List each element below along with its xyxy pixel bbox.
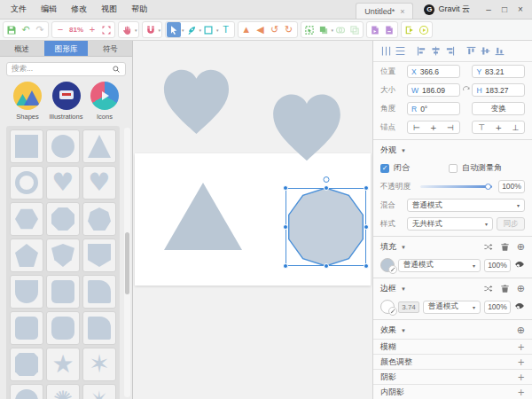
shape-tile-star-6[interactable]: ✶ xyxy=(82,348,116,381)
border-color-swatch[interactable] xyxy=(380,300,395,314)
menu-item[interactable]: 修改 xyxy=(64,0,94,19)
shape-tile-star-8[interactable]: ✴ xyxy=(82,384,116,399)
category-shapes[interactable]: Shapes xyxy=(9,82,46,121)
shape-tile-arch[interactable] xyxy=(10,275,43,309)
add-icon[interactable]: + xyxy=(518,342,525,352)
align-dist-h-button[interactable] xyxy=(380,45,392,57)
align-align-middle-button[interactable] xyxy=(480,45,491,57)
menu-item[interactable]: 文件 xyxy=(4,0,34,19)
tab-overview[interactable]: 概述 xyxy=(0,41,44,56)
effect-item[interactable]: 阴影+ xyxy=(373,369,532,384)
gravit-cloud-menu[interactable]: G Gravit 云 xyxy=(424,4,470,15)
artboard[interactable] xyxy=(135,153,371,286)
blend-mode-select[interactable]: 普通模式▾ xyxy=(407,199,525,212)
shape-tile-rounded-square[interactable] xyxy=(46,275,80,309)
add-fill-icon[interactable]: ⊕ xyxy=(517,242,525,252)
flip-horizontal-button[interactable]: ◀ xyxy=(254,22,268,37)
shape-tile-shield[interactable] xyxy=(46,239,80,272)
shape-tile-square[interactable] xyxy=(10,129,43,163)
shape-tile-rounded-square-2[interactable] xyxy=(10,311,43,345)
triangle-shape[interactable] xyxy=(164,183,242,250)
left-panel-scrollbar[interactable] xyxy=(124,128,130,397)
anchor-right-button[interactable]: ⊣ xyxy=(447,123,454,132)
anchor-left-button[interactable]: ⊢ xyxy=(413,123,420,132)
hand-tool[interactable] xyxy=(120,22,134,37)
snap-magnet-tool[interactable] xyxy=(144,22,158,37)
edit-shape-button[interactable] xyxy=(302,22,317,37)
scrollbar-thumb[interactable] xyxy=(125,232,129,294)
shape-tile-hexagon[interactable] xyxy=(10,202,43,236)
text-tool[interactable]: T xyxy=(219,22,233,37)
rotation-field[interactable]: R0° xyxy=(407,102,460,115)
shape-tile-rounded-square-4[interactable] xyxy=(82,311,116,345)
detach-symbol-button[interactable] xyxy=(382,22,396,37)
fill-section-header[interactable]: 填充 ▼ ⊕ xyxy=(373,236,532,255)
shape-tile-heart-2[interactable]: ♥ xyxy=(82,166,116,200)
rotate-cw-button[interactable]: ↻ xyxy=(282,22,296,37)
add-icon[interactable]: + xyxy=(518,357,525,367)
undo-button[interactable]: ↶ xyxy=(19,22,33,37)
heart-shape-2[interactable] xyxy=(268,90,346,163)
export-button[interactable] xyxy=(403,22,417,37)
fill-opacity-value[interactable]: 100% xyxy=(484,259,511,272)
anchor-bottom-button[interactable]: ⊥ xyxy=(512,123,519,132)
selection-handle[interactable] xyxy=(283,263,288,269)
shape-tile-octagon[interactable] xyxy=(46,202,80,236)
selection-handle[interactable] xyxy=(324,263,329,269)
category-illustrations[interactable]: Illustrations xyxy=(48,82,85,121)
selection-handle[interactable] xyxy=(283,185,288,191)
close-button[interactable]: × xyxy=(512,4,528,14)
trash-icon[interactable] xyxy=(500,284,510,293)
shape-tile-circle[interactable] xyxy=(46,129,80,163)
sync-style-button[interactable]: 同步 xyxy=(497,217,525,231)
align-align-bottom-button[interactable] xyxy=(494,45,505,57)
align-align-top-button[interactable] xyxy=(466,45,477,57)
tab-symbols[interactable]: 符号 xyxy=(88,41,132,56)
align-align-center-button[interactable] xyxy=(430,45,442,57)
swap-fills-icon[interactable] xyxy=(483,242,493,252)
save-button[interactable] xyxy=(4,22,19,37)
selection-handle[interactable] xyxy=(364,185,369,191)
rectangle-tool[interactable] xyxy=(201,22,215,37)
shape-tile-star-5[interactable]: ★ xyxy=(46,348,80,381)
border-blend-select[interactable]: 普通模式▾ xyxy=(423,301,481,314)
shape-tile-triangle[interactable] xyxy=(82,129,116,163)
category-icons[interactable]: Icons xyxy=(86,82,123,121)
border-opacity-value[interactable]: 100% xyxy=(484,301,511,314)
tab-close-icon[interactable]: × xyxy=(400,7,404,16)
shape-tile-corner-rounded-square[interactable] xyxy=(82,275,116,309)
border-section-header[interactable]: 边框 ▼ ⊕ xyxy=(373,278,532,297)
selected-polygon-group[interactable] xyxy=(286,188,366,266)
mask-button[interactable] xyxy=(333,22,348,37)
eyedropper-icon[interactable] xyxy=(388,265,397,274)
shape-tile-seal[interactable]: ✺ xyxy=(46,384,80,399)
shape-tile-ring[interactable] xyxy=(10,166,43,200)
shape-tile-dodecagon[interactable] xyxy=(10,384,43,399)
align-align-right-button[interactable] xyxy=(444,45,456,57)
maximize-button[interactable]: □ xyxy=(497,4,512,14)
y-field[interactable]: Y83.21 xyxy=(472,65,525,78)
height-field[interactable]: H183.27 xyxy=(472,83,525,97)
add-icon[interactable]: + xyxy=(518,387,525,397)
zoom-in-button[interactable]: + xyxy=(85,22,99,37)
appearance-section-header[interactable]: 外观 ▼ xyxy=(373,139,532,159)
zoom-fit-button[interactable] xyxy=(99,22,113,37)
effect-item[interactable]: 颜色调整+ xyxy=(373,354,532,369)
selection-handle[interactable] xyxy=(364,263,369,269)
rotate-ccw-button[interactable]: ↺ xyxy=(268,22,282,37)
opacity-value[interactable]: 100% xyxy=(498,180,525,193)
add-icon[interactable]: + xyxy=(518,372,525,382)
width-field[interactable]: W186.09 xyxy=(407,83,460,97)
shape-tile-cut-octagon[interactable] xyxy=(10,348,43,381)
create-symbol-button[interactable] xyxy=(368,22,382,37)
canvas[interactable] xyxy=(133,41,372,399)
trash-icon[interactable] xyxy=(500,242,510,252)
shared-style-select[interactable]: 无共样式▾ xyxy=(407,217,493,231)
add-effect-icon[interactable]: ⊕ xyxy=(517,325,525,335)
shape-tile-heptagon[interactable] xyxy=(82,202,116,236)
selection-handle[interactable] xyxy=(364,224,369,230)
transform-button[interactable]: 变换 xyxy=(472,102,525,115)
align-dist-v-button[interactable] xyxy=(395,45,406,57)
effect-item[interactable]: 内阴影+ xyxy=(373,384,532,399)
redo-button[interactable]: ↷ xyxy=(33,22,47,37)
